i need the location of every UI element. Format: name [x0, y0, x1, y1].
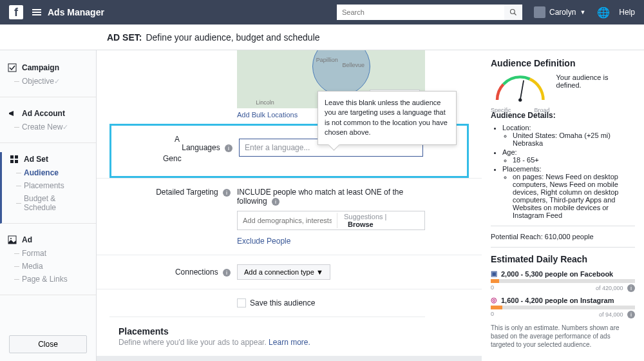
- nav-head-ad[interactable]: Ad: [0, 233, 96, 247]
- svg-point-10: [518, 98, 522, 101]
- save-audience-checkbox[interactable]: [237, 298, 246, 307]
- svg-rect-6: [15, 160, 18, 163]
- nav-head-ad-set[interactable]: Ad Set: [2, 152, 96, 166]
- save-audience-section: Save this audience: [97, 289, 482, 317]
- facebook-logo[interactable]: f: [9, 5, 23, 19]
- nav-head-campaign[interactable]: Campaign: [0, 61, 96, 75]
- instagram-reach-bar: [491, 306, 635, 309]
- languages-row: Leave this blank unless the audience you…: [239, 139, 423, 157]
- search-button[interactable]: [504, 5, 522, 20]
- svg-point-0: [511, 10, 515, 14]
- audience-summary: Your audience is defined.: [556, 73, 635, 89]
- check-icon: ✓: [62, 123, 68, 131]
- nav-item-objective[interactable]: Objective✓: [0, 75, 96, 88]
- reach-note: This is only an estimate. Numbers shown …: [491, 324, 635, 349]
- subheader-prefix: AD SET:: [107, 32, 142, 43]
- username: Carolyn: [549, 8, 576, 17]
- exclude-people-link[interactable]: Exclude People: [237, 237, 290, 246]
- search-wrap: [337, 5, 522, 20]
- nav-item-page-links[interactable]: Page & Links: [0, 273, 96, 286]
- detailed-targeting-input-wrap: Suggestions | Browse: [237, 211, 425, 230]
- nav-item-create-new[interactable]: Create New✓: [0, 121, 96, 133]
- subheader-text: Define your audience, budget and schedul…: [146, 32, 319, 43]
- right-column: Audience Definition SpecificBroad Your a…: [482, 50, 644, 361]
- info-icon[interactable]: i: [225, 144, 232, 152]
- placements-block: Placements Define where you'd like your …: [109, 317, 425, 356]
- facebook-reach-bar: [491, 279, 635, 283]
- checkbox-icon: [8, 63, 17, 72]
- svg-point-8: [10, 238, 12, 239]
- instagram-icon: ◎: [491, 296, 497, 304]
- audience-details-list: Location:United States: Omaha (+25 mi) N…: [491, 124, 635, 219]
- learn-more-link[interactable]: Learn more.: [269, 338, 310, 347]
- user-menu[interactable]: Carolyn ▼: [534, 6, 585, 18]
- svg-rect-3: [10, 155, 14, 159]
- info-icon[interactable]: i: [627, 284, 635, 292]
- audience-gauge: SpecificBroad: [491, 73, 550, 106]
- nav-group-ad-account: Ad Account Create New✓: [0, 106, 96, 143]
- audience-definition-title: Audience Definition: [491, 58, 635, 68]
- nav-item-audience[interactable]: Audience: [2, 166, 96, 179]
- globe-icon[interactable]: 🌐: [597, 6, 610, 19]
- info-icon[interactable]: i: [223, 269, 231, 277]
- help-link[interactable]: Help: [619, 8, 635, 17]
- image-icon: [8, 235, 17, 244]
- nav-item-format[interactable]: Format: [0, 247, 96, 260]
- suggestions-link[interactable]: Suggestions: [344, 213, 383, 220]
- subheader: AD SET: Define your audience, budget and…: [0, 24, 644, 50]
- info-icon[interactable]: i: [627, 311, 635, 318]
- svg-rect-5: [10, 160, 14, 163]
- detailed-targeting-section: Detailed Targeting i INCLUDE people who …: [97, 178, 482, 255]
- languages-highlight: A Genc Leave this blank unless the audie…: [109, 124, 469, 178]
- connections-dropdown[interactable]: Add a connection type ▼: [237, 264, 330, 280]
- nav-item-media[interactable]: Media: [0, 260, 96, 273]
- languages-tooltip: Leave this blank unless the audience you…: [317, 91, 457, 145]
- search-icon: [509, 8, 517, 16]
- info-icon[interactable]: i: [272, 198, 279, 206]
- info-icon[interactable]: i: [223, 189, 231, 197]
- megaphone-icon: [8, 109, 17, 118]
- content: Papillion Bellevue Lincoln 📍 Drop Pin Ad…: [97, 50, 482, 361]
- main: Campaign Objective✓ Ad Account Create Ne…: [0, 50, 644, 361]
- nav-group-ad: Ad Format Media Page & Links: [0, 233, 96, 295]
- sidebar: Campaign Objective✓ Ad Account Create Ne…: [0, 50, 97, 361]
- daily-reach-title: Estimated Daily Reach: [491, 254, 635, 264]
- audience-card: Papillion Bellevue Lincoln 📍 Drop Pin Ad…: [97, 50, 482, 356]
- browse-link[interactable]: Browse: [348, 220, 374, 228]
- close-button[interactable]: Close: [9, 335, 87, 353]
- nav-head-ad-account[interactable]: Ad Account: [0, 106, 96, 121]
- detailed-targeting-input[interactable]: [238, 211, 337, 229]
- hamburger-icon[interactable]: [32, 8, 41, 17]
- svg-line-1: [515, 14, 516, 15]
- potential-reach: Potential Reach: 610,000 people: [491, 233, 635, 240]
- caret-down-icon: ▼: [580, 9, 585, 15]
- svg-rect-4: [15, 155, 18, 159]
- check-icon: ✓: [54, 77, 60, 85]
- svg-rect-2: [8, 64, 16, 72]
- svg-line-9: [520, 81, 524, 100]
- placements-title: Placements: [118, 326, 425, 337]
- topbar: f Ads Manager Carolyn ▼ 🌐 Help: [0, 0, 644, 24]
- search-input[interactable]: [337, 5, 504, 20]
- nav-group-campaign: Campaign Objective✓: [0, 61, 96, 97]
- grid-icon: [10, 155, 19, 164]
- nav-group-ad-set: Ad Set Audience Placements Budget & Sche…: [0, 152, 96, 224]
- nav-item-budget-schedule[interactable]: Budget & Schedule: [2, 192, 96, 214]
- nav-item-placements[interactable]: Placements: [2, 179, 96, 192]
- connections-section: Connections i Add a connection type ▼: [97, 255, 482, 289]
- avatar: [534, 6, 545, 18]
- facebook-icon: ▣: [491, 269, 497, 278]
- save-audience-label: Save this audience: [250, 298, 315, 307]
- app-title: Ads Manager: [48, 7, 104, 17]
